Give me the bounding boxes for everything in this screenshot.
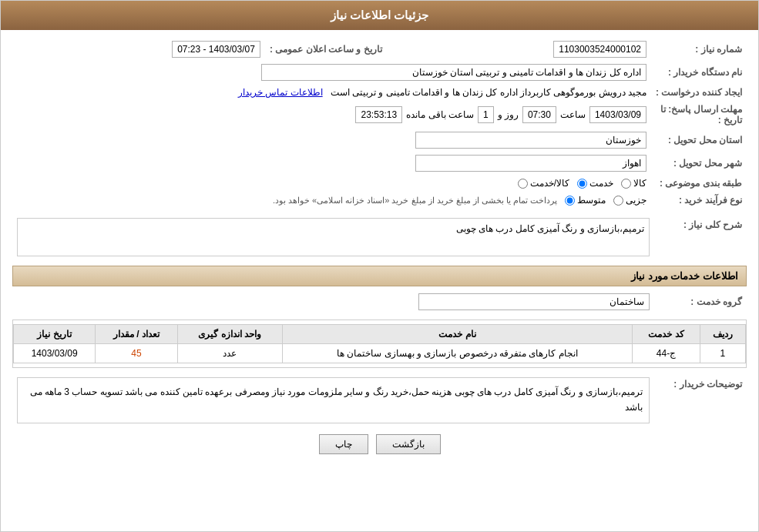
- back-button[interactable]: بازگشت: [376, 434, 441, 454]
- services-table-outer: ردیف کد خدمت نام خدمت واحد اندازه گیری ت…: [12, 320, 747, 368]
- services-table: ردیف کد خدمت نام خدمت واحد اندازه گیری ت…: [13, 324, 746, 363]
- info-table-top: شماره نیاز : 1103003524000102 تاریخ و سا…: [12, 38, 747, 209]
- province-value: خوزستان: [415, 132, 646, 149]
- purchase-type-note: پرداخت تمام یا بخشی از مبلغ خرید از مبلغ…: [273, 196, 557, 206]
- button-group: بازگشت چاپ: [12, 434, 747, 454]
- province-cell: خوزستان: [12, 129, 651, 152]
- category-kala-khedmat-radio[interactable]: [518, 179, 528, 189]
- cell-0-2: انجام کارهای متفرقه درخصوص بازسازی و بهس…: [282, 344, 633, 363]
- need-number-label: شماره نیاز :: [651, 38, 747, 61]
- creator-link[interactable]: اطلاعات تماس خریدار: [238, 87, 323, 98]
- creator-value: مجید درویش بورموگوهی کاربرداز اداره کل ز…: [331, 87, 646, 98]
- org-name-label: نام دستگاه خریدار :: [651, 61, 747, 84]
- purchase-jozi-radio[interactable]: [613, 196, 623, 206]
- announce-date-value: 1403/03/07 - 07:23: [172, 41, 260, 58]
- content-area: شماره نیاز : 1103003524000102 تاریخ و سا…: [1, 30, 758, 470]
- time-label: ساعت: [560, 109, 586, 120]
- purchase-motavasset-label: متوسط: [577, 195, 606, 206]
- category-khedmat-label: خدمت: [589, 178, 613, 189]
- purchase-type-label: نوع فرآیند خرید :: [651, 192, 747, 209]
- service-info-title: اطلاعات خدمات مورد نیاز: [12, 266, 747, 286]
- col-name: نام خدمت: [282, 325, 633, 344]
- reply-days-value: 1: [478, 106, 494, 123]
- table-row: 1ج-44انجام کارهای متفرقه درخصوص بازسازی …: [14, 344, 746, 363]
- purchase-motavasset-radio[interactable]: [565, 196, 575, 206]
- cell-0-1: ج-44: [633, 344, 700, 363]
- service-group-value: ساختمان: [418, 293, 650, 310]
- service-group-label: گروه خدمت :: [654, 290, 747, 313]
- buyer-notes-cell: ترمیم،بازسازی و رنگ آمیزی کامل درب های چ…: [12, 374, 654, 427]
- reply-date-value: 1403/03/09: [589, 106, 646, 123]
- cell-0-5: 1403/03/09: [14, 344, 96, 363]
- category-label: طبقه بندی موضوعی :: [651, 175, 747, 192]
- remaining-label: ساعت باقی مانده: [406, 109, 474, 120]
- page-wrapper: جزئیات اطلاعات نیاز شماره نیاز : 1103003…: [0, 0, 759, 532]
- purchase-type-cell: جزیی متوسط پرداخت تمام یا بخشی از مبلغ خ…: [12, 192, 651, 209]
- print-button[interactable]: چاپ: [319, 434, 368, 454]
- creator-label: ایجاد کننده درخواست :: [651, 84, 747, 101]
- cell-0-4: 45: [96, 344, 177, 363]
- category-option-kala-khedmat[interactable]: کالا/خدمت: [518, 178, 569, 189]
- need-number-value: 1103003524000102: [553, 41, 646, 58]
- category-option-khedmat[interactable]: خدمت: [577, 178, 613, 189]
- col-unit: واحد اندازه گیری: [177, 325, 282, 344]
- need-desc-value: ترمیم،بازسازی و رنگ آمیزی کامل درب های چ…: [17, 218, 650, 256]
- service-group-cell: ساختمان: [12, 290, 654, 313]
- announce-date-label: تاریخ و ساعت اعلان عمومی :: [265, 38, 387, 61]
- category-radio-group: کالا خدمت کالا/خدمت: [17, 178, 646, 189]
- purchase-type-motavasset[interactable]: متوسط: [565, 195, 606, 206]
- page-header: جزئیات اطلاعات نیاز: [1, 1, 758, 30]
- need-number-cell: 1103003524000102: [387, 38, 651, 61]
- category-cell: کالا خدمت کالا/خدمت: [12, 175, 651, 192]
- need-desc-label: شرح کلی نیاز :: [654, 215, 747, 259]
- need-desc-table: شرح کلی نیاز : ترمیم،بازسازی و رنگ آمیزی…: [12, 215, 747, 259]
- page-title: جزئیات اطلاعات نیاز: [331, 8, 428, 22]
- cell-0-0: 1: [700, 344, 745, 363]
- province-label: استان محل تحویل :: [651, 129, 747, 152]
- purchase-jozi-label: جزیی: [626, 195, 646, 206]
- col-code: کد خدمت: [633, 325, 700, 344]
- cell-0-3: عدد: [177, 344, 282, 363]
- service-group-table: گروه خدمت : ساختمان: [12, 290, 747, 313]
- org-name-value: اداره کل زندان ها و اقدامات تامینی و ترب…: [261, 64, 646, 81]
- need-desc-cell: ترمیم،بازسازی و رنگ آمیزی کامل درب های چ…: [12, 215, 654, 259]
- org-name-cell: اداره کل زندان ها و اقدامات تامینی و ترب…: [12, 61, 651, 84]
- city-value: اهواز: [415, 155, 646, 172]
- creator-cell: مجید درویش بورموگوهی کاربرداز اداره کل ز…: [12, 84, 651, 101]
- purchase-type-jozi[interactable]: جزیی: [613, 195, 646, 206]
- buyer-notes-label: توضیحات خریدار :: [654, 374, 747, 427]
- category-kala-khedmat-label: کالا/خدمت: [530, 178, 569, 189]
- day-label: روز و: [498, 109, 519, 120]
- purchase-type-radio-group: جزیی متوسط پرداخت تمام یا بخشی از مبلغ خ…: [17, 195, 646, 206]
- reply-remaining-value: 23:53:13: [355, 106, 402, 123]
- category-option-kala[interactable]: کالا: [621, 178, 646, 189]
- category-kala-radio[interactable]: [621, 179, 631, 189]
- col-quantity: تعداد / مقدار: [96, 325, 177, 344]
- buyer-notes-value: ترمیم،بازسازی و رنگ آمیزی کامل درب های چ…: [17, 377, 650, 423]
- reply-deadline-cell: 1403/03/09 ساعت 07:30 روز و 1 ساعت باقی …: [12, 101, 651, 129]
- col-row: ردیف: [700, 325, 745, 344]
- category-kala-label: کالا: [633, 178, 646, 189]
- announce-date-cell: 1403/03/07 - 07:23: [12, 38, 265, 61]
- reply-deadline-label: مهلت ارسال پاسخ: تا تاریخ :: [651, 101, 747, 129]
- buyer-notes-table: توضیحات خریدار : ترمیم،بازسازی و رنگ آمی…: [12, 374, 747, 427]
- category-khedmat-radio[interactable]: [577, 179, 587, 189]
- reply-time-value: 07:30: [522, 106, 556, 123]
- city-cell: اهواز: [12, 152, 651, 175]
- city-label: شهر محل تحویل :: [651, 152, 747, 175]
- col-date: تاریخ نیاز: [14, 325, 96, 344]
